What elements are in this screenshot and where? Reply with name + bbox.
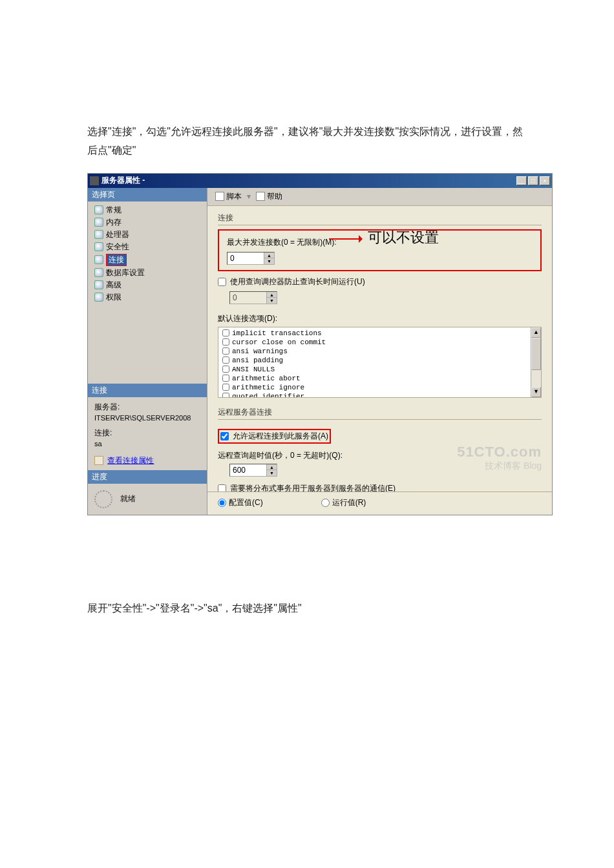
page-icon [94, 280, 103, 289]
spin-down: ▼ [267, 298, 277, 304]
nav-list: 常规 内存 处理器 安全性 连接 数据库设置 高级 权限 [88, 202, 207, 306]
governor-checkbox[interactable] [218, 278, 226, 286]
nav-connection[interactable]: 连接 [88, 253, 207, 267]
default-options-list: implicit transactions cursor close on co… [218, 327, 542, 398]
annotation-text: 可以不设置 [368, 228, 439, 247]
server-label: 服务器: [94, 401, 200, 413]
connection-value: sa [94, 439, 200, 450]
dialog-title: 服务器属性 - [101, 175, 516, 186]
max-conn-box: 最大并发连接数(0 = 无限制)(M): ▲▼ 可以不设置 [218, 229, 542, 271]
nav-memory[interactable]: 内存 [88, 216, 207, 229]
value-mode-bar: 配置值(C) 运行值(R) [207, 491, 552, 515]
main-content: 脚本 ▾ 帮助 连接 最大并发连接数(0 = 无限制)(M): ▲▼ [207, 188, 552, 515]
dtc-checkbox[interactable] [218, 484, 226, 491]
nav-permissions[interactable]: 权限 [88, 291, 207, 304]
scroll-thumb[interactable] [531, 338, 541, 370]
connection-info: 服务器: ITSERVER\SQLSERVER2008 连接: sa 查看连接属… [88, 397, 207, 470]
opt-ansi-nulls[interactable] [222, 366, 229, 373]
view-connection-props-link[interactable]: 查看连接属性 [107, 456, 154, 465]
dropdown-icon[interactable]: ▾ [247, 192, 251, 201]
opt-quoted[interactable] [222, 393, 229, 398]
opt-ansi-warn[interactable] [222, 347, 229, 355]
options-scrollbar[interactable]: ▲ ▼ [531, 327, 541, 397]
page-icon [94, 255, 103, 264]
opt-implicit[interactable] [222, 329, 229, 336]
progress-section: 就绪 [88, 484, 207, 515]
nav-advanced[interactable]: 高级 [88, 279, 207, 291]
close-button[interactable]: × [540, 176, 550, 185]
governor-label: 使用查询调控器防止查询长时间运行(U) [230, 276, 365, 287]
opt-arith-abort[interactable] [222, 375, 229, 382]
allow-remote-checkbox[interactable] [220, 432, 229, 440]
nav-security[interactable]: 安全性 [88, 241, 207, 253]
connection-label: 连接: [94, 427, 200, 439]
app-icon [90, 176, 99, 185]
script-button[interactable]: 脚本 [213, 191, 244, 203]
allow-remote-label: 允许远程连接到此服务器(A) [233, 431, 328, 442]
scroll-up[interactable]: ▲ [531, 327, 541, 338]
sidebar-header-pages: 选择页 [88, 188, 207, 202]
page-icon [94, 293, 103, 302]
article-text-above: 选择"连接"，勾选"允许远程连接此服务器"，建议将"最大并发连接数"按实际情况，… [87, 123, 527, 160]
nav-general[interactable]: 常规 [88, 204, 207, 216]
nav-processor[interactable]: 处理器 [88, 229, 207, 241]
scroll-down[interactable]: ▼ [531, 387, 541, 397]
remote-section-label: 远程服务器连接 [218, 407, 542, 420]
spin-up[interactable]: ▲ [264, 253, 274, 258]
max-conn-input[interactable]: ▲▼ [227, 252, 275, 265]
article-text-below: 展开"安全性"->"登录名"->"sa"，右键选择"属性" [87, 599, 527, 618]
config-value-radio[interactable] [218, 499, 226, 507]
sidebar-header-connection: 连接 [88, 384, 207, 397]
section-connection: 连接 [218, 212, 542, 225]
max-conn-value[interactable] [228, 253, 264, 264]
watermark: 51CTO.com 技术博客 Blog [457, 444, 542, 472]
spin-down[interactable]: ▼ [264, 258, 274, 264]
page-icon [94, 230, 103, 239]
spin-down[interactable]: ▼ [267, 470, 277, 476]
nav-dbsettings[interactable]: 数据库设置 [88, 267, 207, 279]
governor-value [230, 292, 266, 304]
progress-status: 就绪 [120, 493, 136, 504]
maximize-button[interactable]: □ [528, 176, 538, 185]
page-icon [94, 268, 103, 277]
remote-timeout-input[interactable]: ▲▼ [229, 464, 277, 477]
progress-idle-icon [94, 490, 112, 508]
spin-up: ▲ [267, 292, 277, 298]
opt-ansi-pad[interactable] [222, 356, 229, 364]
script-icon [215, 192, 224, 201]
titlebar: 服务器属性 - __ □ × [88, 174, 552, 188]
run-value-radio[interactable] [321, 499, 330, 507]
governor-value-input: ▲▼ [229, 291, 277, 304]
link-icon [94, 456, 103, 465]
minimize-button[interactable]: __ [516, 176, 527, 185]
remote-timeout-value[interactable] [230, 464, 266, 476]
server-value: ITSERVER\SQLSERVER2008 [94, 413, 200, 424]
sidebar-header-progress: 进度 [88, 470, 207, 484]
spin-up[interactable]: ▲ [267, 464, 277, 470]
toolbar: 脚本 ▾ 帮助 [207, 188, 552, 206]
annotation-arrow [329, 238, 361, 240]
dtc-label: 需要将分布式事务用于服务器到服务器的通信(E) [230, 483, 396, 491]
sidebar: 选择页 常规 内存 处理器 安全性 连接 数据库设置 高级 权限 连接 服务器:… [88, 188, 207, 515]
page-icon [94, 205, 103, 214]
opt-arith-ignore[interactable] [222, 384, 229, 391]
page-icon [94, 218, 103, 227]
help-button[interactable]: 帮助 [253, 191, 285, 203]
server-properties-dialog: 服务器属性 - __ □ × 选择页 常规 内存 处理器 安全性 连接 数据库设… [87, 173, 553, 515]
page-icon [94, 242, 103, 251]
help-icon [256, 192, 265, 201]
default-opts-label: 默认连接选项(D): [218, 313, 542, 324]
opt-cursor[interactable] [222, 338, 229, 346]
